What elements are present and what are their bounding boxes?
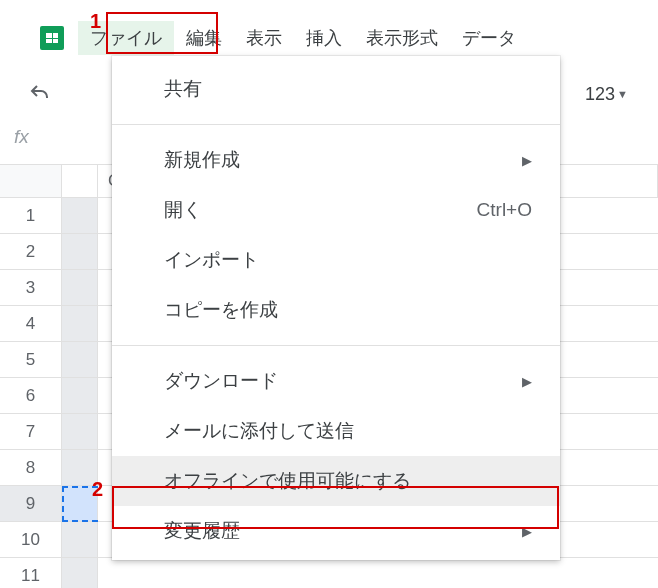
menu-item-download[interactable]: ダウンロード ▶ (112, 356, 560, 406)
menu-item-open[interactable]: 開く Ctrl+O (112, 185, 560, 235)
menu-item-email-attachment[interactable]: メールに添付して送信 (112, 406, 560, 456)
menu-data[interactable]: データ (450, 21, 528, 55)
menubar: ファイル 編集 表示 挿入 表示形式 データ (40, 20, 658, 56)
menu-format[interactable]: 表示形式 (354, 21, 450, 55)
cell[interactable] (62, 522, 98, 557)
chevron-down-icon: ▼ (617, 88, 628, 100)
cell[interactable] (62, 234, 98, 269)
menu-item-label: オフラインで使用可能にする (164, 468, 532, 494)
undo-icon[interactable] (28, 82, 52, 106)
column-header-a[interactable] (62, 165, 98, 197)
menu-item-new[interactable]: 新規作成 ▶ (112, 135, 560, 185)
row-header[interactable]: 2 (0, 234, 62, 269)
menu-insert[interactable]: 挿入 (294, 21, 354, 55)
row-header[interactable]: 11 (0, 558, 62, 588)
file-menu-dropdown: 共有 新規作成 ▶ 開く Ctrl+O インポート コピーを作成 ダウンロード … (112, 56, 560, 560)
menu-item-label: コピーを作成 (164, 297, 532, 323)
row-header[interactable]: 5 (0, 342, 62, 377)
menu-item-label: 変更履歴 (164, 518, 522, 544)
menu-item-label: 開く (164, 197, 477, 223)
row-header[interactable]: 4 (0, 306, 62, 341)
cell[interactable] (62, 414, 98, 449)
chevron-right-icon: ▶ (522, 374, 532, 389)
menu-item-make-copy[interactable]: コピーを作成 (112, 285, 560, 335)
grid-row: 11 (0, 558, 658, 588)
cell[interactable] (62, 270, 98, 305)
number-format-label: 123 (585, 84, 615, 105)
sheets-logo (40, 26, 64, 50)
menu-separator (112, 124, 560, 125)
select-all-corner[interactable] (0, 165, 62, 197)
row-header[interactable]: 8 (0, 450, 62, 485)
cell[interactable] (62, 306, 98, 341)
menu-item-import[interactable]: インポート (112, 235, 560, 285)
row-header[interactable]: 3 (0, 270, 62, 305)
menu-item-shortcut: Ctrl+O (477, 199, 532, 221)
menu-edit[interactable]: 編集 (174, 21, 234, 55)
menu-item-offline[interactable]: オフラインで使用可能にする (112, 456, 560, 506)
menu-view[interactable]: 表示 (234, 21, 294, 55)
cell[interactable] (62, 558, 98, 588)
cell[interactable] (62, 342, 98, 377)
number-format-button[interactable]: 123 ▼ (585, 84, 628, 105)
chevron-right-icon: ▶ (522, 524, 532, 539)
menu-item-label: 新規作成 (164, 147, 522, 173)
menu-item-version-history[interactable]: 変更履歴 ▶ (112, 506, 560, 556)
cell[interactable] (62, 378, 98, 413)
menu-item-share[interactable]: 共有 (112, 64, 560, 114)
sheets-logo-cells (46, 33, 58, 43)
cell[interactable] (98, 558, 658, 588)
row-header[interactable]: 6 (0, 378, 62, 413)
row-header[interactable]: 7 (0, 414, 62, 449)
row-header[interactable]: 10 (0, 522, 62, 557)
chevron-right-icon: ▶ (522, 153, 532, 168)
menu-item-label: ダウンロード (164, 368, 522, 394)
row-header[interactable]: 9 (0, 486, 62, 521)
menu-separator (112, 345, 560, 346)
formula-bar-label: fx (14, 126, 29, 154)
annotation-number-2: 2 (92, 478, 103, 501)
row-header[interactable]: 1 (0, 198, 62, 233)
menu-item-label: メールに添付して送信 (164, 418, 532, 444)
cell[interactable] (62, 198, 98, 233)
menu-item-label: インポート (164, 247, 532, 273)
annotation-number-1: 1 (90, 10, 101, 33)
menu-item-label: 共有 (164, 76, 532, 102)
